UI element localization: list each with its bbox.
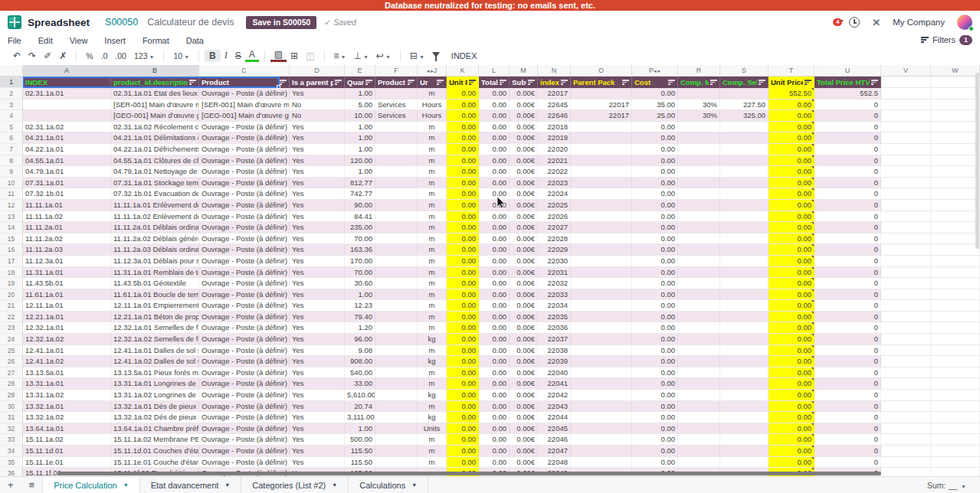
cell-L28[interactable]: 0.00	[479, 378, 510, 390]
paint-format-icon[interactable]: ✐	[40, 51, 55, 61]
cell-V26[interactable]	[881, 356, 931, 367]
cell-O9[interactable]	[571, 166, 632, 178]
cell-C22[interactable]: Ouvrage - Poste (à définir) - m	[199, 312, 290, 323]
row-header-17[interactable]: 17	[0, 256, 23, 267]
cell-W17[interactable]	[931, 256, 980, 267]
cell-W34[interactable]	[931, 446, 980, 457]
cell-O4[interactable]: 22017	[571, 110, 632, 122]
cell-C12[interactable]: Ouvrage - Poste (à définir) - m	[199, 200, 290, 211]
cell-M15[interactable]: 0.00€	[510, 233, 538, 245]
cell-T9[interactable]: 0.00	[769, 166, 814, 178]
cell-J19[interactable]: m	[418, 278, 447, 289]
filter-icon[interactable]	[561, 79, 568, 86]
cell-M22[interactable]: 0.00€	[510, 312, 538, 323]
cell-N20[interactable]: 22033	[538, 289, 571, 301]
cell-P28[interactable]: 0.00	[632, 378, 678, 390]
cell-O8[interactable]	[571, 155, 632, 167]
cell-A28[interactable]: 13.31.1a.01	[23, 378, 111, 390]
cell-R13[interactable]	[678, 211, 720, 223]
cell-A22[interactable]: 12.21.1a.01	[23, 312, 111, 323]
cell-M12[interactable]: 0.00€	[510, 200, 538, 211]
cell-L11[interactable]: 0.00	[479, 188, 510, 200]
cell-V30[interactable]	[881, 401, 931, 413]
row-header-2[interactable]: 2	[0, 88, 23, 100]
cell-D24[interactable]: Yes	[290, 334, 345, 345]
cell-U12[interactable]: 0	[814, 200, 881, 211]
cell-W20[interactable]	[931, 289, 980, 301]
cell-W5[interactable]	[931, 122, 980, 133]
cell-M18[interactable]: 0.00€	[510, 267, 538, 279]
cell-B25[interactable]: 12.41.1a.01 Dalles de sol sur te	[111, 345, 199, 357]
column-header-K[interactable]: K	[447, 65, 479, 77]
cell-F10[interactable]	[375, 178, 418, 189]
cell-J1[interactable]: Ur	[418, 77, 447, 88]
cell-L3[interactable]: 0.00	[479, 100, 510, 111]
cell-T13[interactable]: 0.00	[769, 211, 814, 223]
bold-button[interactable]: B	[205, 50, 221, 62]
cell-R21[interactable]	[678, 300, 720, 312]
cell-D6[interactable]: Yes	[290, 132, 345, 144]
cell-D9[interactable]: Yes	[290, 166, 345, 178]
row-header-22[interactable]: 22	[0, 312, 23, 323]
cell-A8[interactable]: 04.55.1a.01	[23, 155, 111, 167]
cell-M19[interactable]: 0.00€	[510, 278, 538, 289]
cell-A33[interactable]: 15.11.1a.02	[23, 434, 111, 446]
row-header-14[interactable]: 14	[0, 222, 23, 233]
cell-P16[interactable]: 0.00	[632, 244, 678, 256]
cell-F5[interactable]	[375, 122, 418, 133]
cell-M30[interactable]: 0.00€	[510, 401, 538, 413]
cell-T28[interactable]: 0.00	[769, 378, 814, 390]
cell-O34[interactable]	[571, 446, 632, 457]
cell-L2[interactable]: 0.00	[479, 88, 510, 100]
filter-icon[interactable]	[437, 79, 444, 86]
cell-P12[interactable]: 0.00	[632, 200, 678, 211]
cell-O3[interactable]: 22017	[571, 100, 632, 111]
cell-E6[interactable]: 1.00	[345, 132, 375, 144]
cell-A11[interactable]: 07.32.1b.01	[23, 188, 111, 200]
cell-L16[interactable]: 0.00	[479, 244, 510, 256]
cell-D21[interactable]: Yes	[290, 300, 345, 312]
cell-S22[interactable]	[720, 312, 769, 323]
cell-U24[interactable]: 0	[814, 334, 881, 345]
cell-D7[interactable]: Yes	[290, 144, 345, 155]
cell-A6[interactable]: 04.21.1a.01	[23, 132, 111, 144]
row-header-13[interactable]: 13	[0, 211, 23, 223]
cell-E9[interactable]: 1.00	[345, 166, 375, 178]
cell-L9[interactable]: 0.00	[479, 166, 510, 178]
cell-O10[interactable]	[571, 178, 632, 189]
cell-W19[interactable]	[931, 278, 980, 289]
cell-W22[interactable]	[931, 312, 980, 323]
cell-U14[interactable]: 0	[814, 222, 881, 233]
cell-B18[interactable]: 11.31.1a.01 Remblais de terres	[111, 267, 199, 279]
cell-O21[interactable]	[571, 300, 632, 312]
cell-D22[interactable]: Yes	[290, 312, 345, 323]
filter-icon[interactable]	[408, 79, 415, 86]
cell-S6[interactable]	[720, 132, 769, 144]
cell-B29[interactable]: 13.31.1a.02 Longrines de fonda	[111, 390, 199, 401]
cell-F11[interactable]	[375, 188, 418, 200]
row-header-16[interactable]: 16	[0, 244, 23, 256]
cell-N1[interactable]: index	[538, 77, 571, 88]
row-header-21[interactable]: 21	[0, 300, 23, 312]
cell-U33[interactable]: 0	[814, 434, 881, 446]
cell-V19[interactable]	[881, 278, 931, 289]
cell-W24[interactable]	[931, 334, 980, 345]
cell-V32[interactable]	[881, 423, 931, 435]
cell-V22[interactable]	[881, 312, 931, 323]
cell-S27[interactable]	[720, 367, 769, 379]
cell-O22[interactable]	[571, 312, 632, 323]
cell-N12[interactable]: 22025	[538, 200, 571, 211]
cell-S2[interactable]	[720, 88, 769, 100]
cell-C23[interactable]: Ouvrage - Poste (à définir) - m	[199, 322, 290, 334]
number-format-dropdown[interactable]: 123▼	[130, 51, 158, 60]
cell-D8[interactable]: Yes	[290, 155, 345, 167]
cell-W25[interactable]	[931, 345, 980, 357]
cell-W27[interactable]	[931, 367, 980, 379]
cell-V33[interactable]	[881, 434, 931, 446]
cell-D14[interactable]: Yes	[290, 222, 345, 233]
cell-S21[interactable]	[720, 300, 769, 312]
cell-E16[interactable]: 163.36	[345, 244, 375, 256]
cell-R11[interactable]	[678, 188, 720, 200]
row-header-9[interactable]: 9	[0, 166, 23, 178]
cell-T22[interactable]: 0.00	[769, 312, 814, 323]
